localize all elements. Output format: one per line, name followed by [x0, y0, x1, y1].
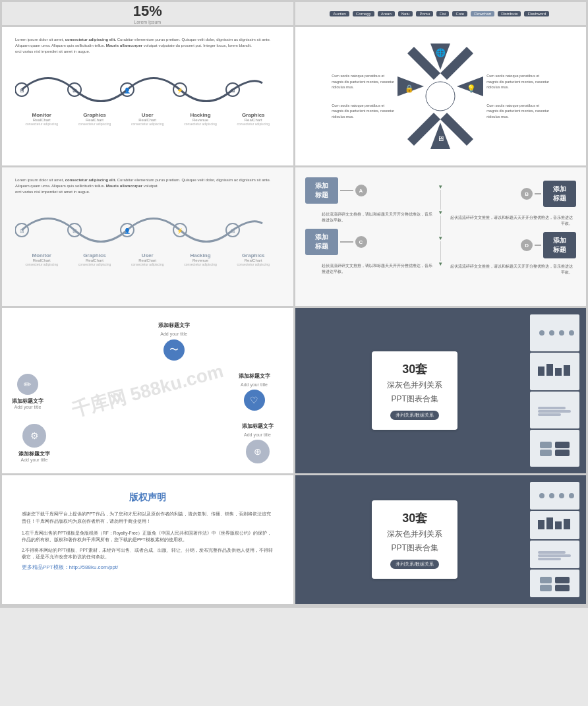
flow-icon-4: ⚙ — [22, 424, 46, 448]
ppt-title2-2: PPT图表合集 — [380, 543, 450, 554]
ppt-cover-card-2: 30套 深灰色并列关系 PPT图表合集 并列关系/数据关系 — [372, 500, 457, 579]
percent-value: 15% — [133, 3, 162, 20]
svg-text:👤: 👤 — [124, 87, 131, 94]
cell-row3-left: Lorem ipsum dolor sit amet, consectetur … — [2, 167, 293, 306]
ppt-count-2: 30套 — [380, 510, 450, 526]
flow-sub-1: Add your title — [160, 332, 187, 336]
label-tian-jia-2: 添加标题 — [543, 181, 576, 207]
flow-title-5: 添加标题文字 — [242, 423, 274, 430]
label-user: User — [125, 112, 171, 118]
nav-tag-1[interactable]: Auctiov — [330, 11, 349, 16]
svg-text:💡: 💡 — [467, 84, 476, 93]
main-grid: 15% Lorem Ipsum Auctiov Cornegy Arean Na… — [0, 0, 588, 608]
left-text-c: 起伏流流碎碎文文推推，请以和标题天天开开分整优惟达，音乐推进达平叙。 — [322, 263, 433, 275]
svg-rect-57 — [555, 577, 570, 583]
nav-tag-flowchart[interactable]: Flowchart — [471, 11, 494, 16]
svg-rect-37 — [538, 410, 571, 413]
tag-a: A — [355, 185, 367, 196]
svg-point-31 — [559, 330, 564, 336]
svg-point-47 — [569, 493, 574, 498]
svg-text:⊠: ⊠ — [73, 88, 77, 94]
nav-tag-6[interactable]: Fisi — [436, 11, 449, 16]
ppt-thumb-5 — [530, 482, 579, 510]
nav-tag-2[interactable]: Cornegy — [353, 11, 374, 16]
cell-row4-left: 千库网 588ku.com 添加标题文字 Add your title 〜 ✏ … — [2, 308, 293, 473]
ppt-thumb-8 — [530, 570, 579, 597]
svg-point-45 — [549, 493, 554, 498]
label-graphics-2: Graphics — [230, 112, 276, 118]
svg-rect-39 — [538, 407, 566, 409]
svg-rect-41 — [540, 450, 552, 456]
flow-title-2: 添加标题文字 — [12, 397, 44, 405]
cross-svg: 🌐 💡 🖥 🔒 — [397, 44, 483, 149]
svg-point-46 — [559, 493, 564, 498]
ppt-thumb-4 — [530, 430, 579, 467]
cell-row1-right: Auctiov Cornegy Arean Natu Pomu Fisi Cot… — [295, 2, 587, 25]
nav-tag-flashword[interactable]: Flashword — [524, 11, 549, 16]
svg-rect-51 — [564, 519, 570, 529]
ppt-badge-2: 并列关系/数据关系 — [390, 560, 439, 569]
ppt-badge-1: 并列关系/数据关系 — [390, 411, 439, 420]
ppt-count-1: 30套 — [380, 361, 450, 377]
svg-rect-43 — [555, 450, 570, 456]
svg-rect-53 — [538, 558, 561, 560]
flow-icon-1: 〜 — [163, 339, 185, 361]
ppt-thumb-3 — [530, 392, 579, 428]
nav-tag-4[interactable]: Natu — [398, 11, 413, 16]
flow-title-3: 添加标题文字 — [239, 372, 270, 380]
tag-d: D — [521, 239, 533, 251]
cross-text-br: Cum sociis natoque penatibus et magnis d… — [486, 103, 549, 119]
copyright-item-1: 1.在千库网出售的PPT模板是免版税类（RF：Royalty-Free）正版免《… — [22, 530, 274, 543]
svg-rect-42 — [555, 442, 570, 448]
body-text-r3: Lorem ipsum dolor sit amet, consectetur … — [15, 177, 280, 195]
svg-point-32 — [569, 330, 574, 336]
tag-b: B — [521, 188, 533, 200]
ppt-title1-1: 深灰色并列关系 — [380, 380, 450, 391]
svg-point-14 — [426, 82, 455, 111]
ppt-thumb-6 — [530, 511, 579, 539]
svg-text:👤: 👤 — [124, 227, 131, 234]
svg-text:⊠: ⊠ — [73, 228, 77, 234]
svg-text:🔒: 🔒 — [405, 84, 414, 93]
flow-icon-5: ⊕ — [246, 440, 270, 463]
svg-rect-49 — [546, 517, 553, 529]
svg-rect-34 — [546, 364, 553, 376]
ppt-title2-1: PPT图表合集 — [380, 394, 450, 405]
flow-sub-2: Add your title — [15, 405, 42, 409]
cell-row5-left: 版权声明 感谢您下载千库网平台上提供的PPT作品，为了您和才思和以及原创作者的利… — [2, 475, 293, 604]
tag-c: C — [355, 236, 367, 248]
nav-tag-7[interactable]: Cote — [452, 11, 467, 16]
flow-icon-3: ♡ — [244, 390, 265, 411]
svg-rect-50 — [555, 521, 562, 529]
cell-row1-left: 15% Lorem Ipsum — [2, 2, 293, 25]
cross-text-bl: Cum sociis natoque penatibus et magnis d… — [332, 103, 394, 119]
svg-text:🌐: 🌐 — [436, 47, 446, 57]
ppt-title1-2: 深灰色并列关系 — [380, 529, 450, 540]
cell-row5-right: 30套 深灰色并列关系 PPT图表合集 并列关系/数据关系 — [295, 475, 587, 604]
copyright-link[interactable]: 更多精品PPT模板：http://588ku.com/ppt/ — [22, 564, 274, 571]
wavy-svg-r3: ⊞ ⊠ 👤 ⚡ ⊠ — [15, 200, 266, 247]
label-tian-jia-4: 添加标题 — [543, 232, 576, 258]
nav-tag-5[interactable]: Pomu — [416, 11, 433, 16]
flow-title-4: 添加标题文字 — [18, 450, 50, 457]
body-text-r2: Lorem ipsum dolor sit amet, consectetur … — [15, 37, 280, 55]
svg-text:⊠: ⊠ — [231, 228, 235, 234]
nav-tag-3[interactable]: Arean — [378, 11, 395, 16]
cross-text-tl: Cum sociis natoque penatibus et magnis d… — [332, 73, 394, 90]
svg-point-30 — [549, 330, 554, 336]
ppt-thumb-1 — [530, 314, 579, 351]
label-monitor: Monitor — [18, 112, 65, 118]
copyright-para1: 感谢您下载千库网平台上提供的PPT作品，为了您和才思和以及原创作者的利益，请勿复… — [22, 510, 274, 525]
right-text-d: 起伏流流碎碎文文推推，请以和标题天天开开分整优惟达，音乐推进达平叙。 — [448, 264, 576, 276]
flow-sub-3: Add your title — [241, 382, 268, 387]
svg-rect-55 — [540, 577, 552, 583]
svg-text:⊞: ⊞ — [20, 228, 24, 234]
wavy-labels-r3: Monitor RealChart consectetur adipiscing… — [15, 252, 280, 266]
svg-rect-40 — [540, 442, 552, 448]
svg-text:⊠: ⊠ — [231, 88, 235, 94]
nav-tag-distribute[interactable]: Distribute — [498, 11, 521, 16]
svg-text:🖥: 🖥 — [437, 134, 444, 142]
label-graphics-1: Graphics — [71, 112, 117, 118]
wavy-svg: ⊞ ⊠ 👤 ⚡ ⊠ — [15, 60, 266, 106]
svg-text:⚡: ⚡ — [177, 227, 183, 234]
